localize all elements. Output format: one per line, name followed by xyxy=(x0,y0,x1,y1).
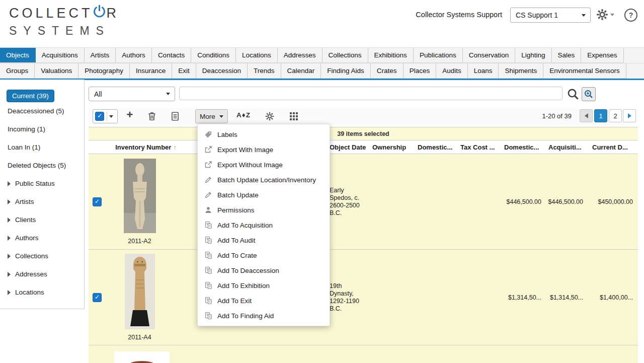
delete-button[interactable] xyxy=(146,111,158,122)
tab-locations[interactable]: Locations xyxy=(236,48,278,63)
tab-exhibitions[interactable]: Exhibitions xyxy=(368,48,414,63)
tab-artists[interactable]: Artists xyxy=(85,48,116,63)
tab-exit[interactable]: Exit xyxy=(172,63,196,79)
tab-audits[interactable]: Audits xyxy=(436,63,468,79)
search-button[interactable] xyxy=(567,88,580,101)
sidebar-item-deleted-objects[interactable]: Deleted Objects (5) xyxy=(0,157,84,175)
menu-item-add-to-exit[interactable]: Add To Exit xyxy=(198,293,330,308)
sidebar-item-incoming[interactable]: Incoming (1) xyxy=(0,120,84,138)
menu-item-add-to-deaccession[interactable]: Add To Deaccession xyxy=(198,263,330,278)
tab-sales[interactable]: Sales xyxy=(552,48,582,63)
advanced-search-button[interactable] xyxy=(582,87,596,101)
object-thumbnail-ushabti-figure[interactable] xyxy=(125,254,155,331)
tab-trends[interactable]: Trends xyxy=(248,63,281,79)
select-all-split-button[interactable]: ✓ xyxy=(93,109,118,123)
tab-loans[interactable]: Loans xyxy=(468,63,499,79)
column-header-domestic-2[interactable]: Domestic... xyxy=(498,143,543,151)
menu-item-export-without-image[interactable]: Export Without Image xyxy=(198,157,330,172)
report-button[interactable] xyxy=(169,111,181,122)
search-input[interactable] xyxy=(179,87,562,100)
sidebar-group-authors[interactable]: Authors xyxy=(0,229,84,247)
table-row[interactable]: ✓ 2011-A2 Earl xyxy=(89,154,638,250)
column-header-inventory-number[interactable]: Inventory Number↑ xyxy=(106,143,186,151)
sidebar-group-addresses[interactable]: Addresses xyxy=(0,265,84,283)
menu-item-labels[interactable]: Labels xyxy=(198,127,330,142)
more-button[interactable]: More xyxy=(195,109,228,123)
settings-gear-button[interactable] xyxy=(596,8,609,23)
logo-line2: SYSTEMS xyxy=(9,24,119,38)
tab-valuations[interactable]: Valuations xyxy=(35,63,78,79)
object-thumbnail-cycladic-figure[interactable] xyxy=(124,159,156,235)
pagination-range: 1-20 of 39 xyxy=(542,112,572,120)
menu-item-batch-update-location-inventory[interactable]: Batch Update Location/Inventory xyxy=(198,172,330,187)
tab-authors[interactable]: Authors xyxy=(116,48,152,63)
add-object-button[interactable]: + xyxy=(124,109,136,120)
column-header-current[interactable]: Current D... xyxy=(586,143,638,151)
tab-lighting[interactable]: Lighting xyxy=(515,48,551,63)
menu-item-add-to-exhibition[interactable]: Add To Exhibition xyxy=(198,278,330,293)
tab-expenses[interactable]: Expenses xyxy=(581,48,623,63)
row-checkbox[interactable]: ✓ xyxy=(93,293,102,302)
document-add-icon xyxy=(204,266,212,275)
list-settings-gear-button[interactable] xyxy=(264,111,276,122)
tab-acquisitions[interactable]: Acquisitions xyxy=(36,48,85,63)
tab-collections[interactable]: Collections xyxy=(323,48,368,63)
grid-view-button[interactable] xyxy=(288,111,300,122)
pagination-next-button[interactable] xyxy=(623,109,636,122)
column-header-object-date[interactable]: Object Date xyxy=(327,143,371,151)
sidebar-item-deaccessioned[interactable]: Deaccessioned (5) xyxy=(0,102,84,120)
pagination-prev-button[interactable] xyxy=(580,109,593,122)
column-header-tax-cost[interactable]: Tax Cost ... xyxy=(455,143,498,151)
menu-item-add-to-finding-aid[interactable]: Add To Finding Aid xyxy=(198,308,330,323)
menu-item-add-to-audit[interactable]: Add To Audit xyxy=(198,233,330,248)
sidebar-group-artists[interactable]: Artists xyxy=(0,193,84,211)
menu-item-export-with-image[interactable]: Export With Image xyxy=(198,142,330,157)
select-all-checkbox[interactable]: ✓ xyxy=(95,112,104,121)
row-checkbox[interactable]: ✓ xyxy=(93,197,102,206)
column-header-acquisition[interactable]: Acquisiti... xyxy=(543,143,586,151)
pagination-page-2[interactable]: 2 xyxy=(609,109,622,122)
sidebar-group-collections[interactable]: Collections xyxy=(0,247,84,265)
sidebar-group-locations[interactable]: Locations xyxy=(0,283,84,302)
column-header-domestic-1[interactable]: Domestic... xyxy=(413,143,455,151)
help-button[interactable]: ? xyxy=(624,9,637,22)
object-thumbnail-pottery[interactable] xyxy=(114,351,170,363)
tab-finding-aids[interactable]: Finding Aids xyxy=(321,63,371,79)
menu-item-batch-update[interactable]: Batch Update xyxy=(198,187,330,202)
menu-item-label: Export Without Image xyxy=(217,161,283,169)
sidebar-group-clients[interactable]: Clients xyxy=(0,211,84,229)
table-row[interactable] xyxy=(89,345,638,363)
menu-item-add-to-acquisition[interactable]: Add To Acquisition xyxy=(198,217,330,233)
sidebar-item-loan-in[interactable]: Loan In (1) xyxy=(0,138,84,157)
tab-addresses[interactable]: Addresses xyxy=(278,48,323,63)
tab-objects[interactable]: Objects xyxy=(0,48,36,63)
sidebar-item-current[interactable]: Current (39) xyxy=(7,90,54,102)
tab-underline xyxy=(0,79,644,80)
tab-calendar[interactable]: Calendar xyxy=(281,63,321,79)
tab-contacts[interactable]: Contacts xyxy=(152,48,191,63)
tab-publications[interactable]: Publications xyxy=(414,48,463,63)
table-row[interactable]: ✓ 2011-A4 19th Dynasty, 129 xyxy=(89,250,638,345)
column-header-ownership[interactable]: Ownership xyxy=(371,143,413,151)
settings-caret-icon[interactable] xyxy=(610,14,614,16)
expand-arrow-icon xyxy=(8,217,11,223)
tab-conditions[interactable]: Conditions xyxy=(191,48,236,63)
pagination-page-1[interactable]: 1 xyxy=(594,109,607,122)
account-select[interactable]: CS Support 1 xyxy=(510,8,591,23)
scope-select[interactable]: All xyxy=(89,87,175,101)
tab-conservation[interactable]: Conservation xyxy=(463,48,516,63)
sidebar-group-public-status[interactable]: Public Status xyxy=(0,175,84,193)
tab-environmental-sensors[interactable]: Environmental Sensors xyxy=(543,63,626,79)
sort-alphabetical-button[interactable]: A♦Z xyxy=(236,111,251,119)
tab-photography[interactable]: Photography xyxy=(78,63,130,79)
menu-item-permissions[interactable]: Permissions xyxy=(198,202,330,217)
tab-groups[interactable]: Groups xyxy=(0,63,35,79)
tab-deaccession[interactable]: Deaccession xyxy=(196,63,248,79)
app-logo[interactable]: COLLECT R SYSTEMS xyxy=(9,4,119,38)
menu-item-add-to-crate[interactable]: Add To Crate xyxy=(198,248,330,263)
tab-insurance[interactable]: Insurance xyxy=(130,63,172,79)
tab-shipments[interactable]: Shipments xyxy=(499,63,543,79)
tab-row-2: Groups Valuations Photography Insurance … xyxy=(0,63,644,79)
tab-crates[interactable]: Crates xyxy=(371,63,404,79)
tab-places[interactable]: Places xyxy=(404,63,437,79)
